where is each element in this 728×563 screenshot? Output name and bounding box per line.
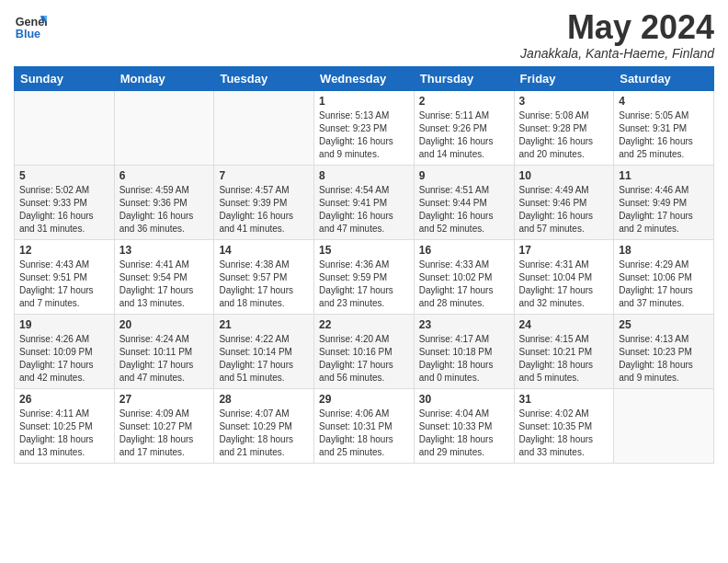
calendar-cell: 21Sunrise: 4:22 AMSunset: 10:14 PMDaylig… bbox=[214, 314, 314, 388]
day-info: Sunrise: 4:38 AMSunset: 9:57 PMDaylight:… bbox=[219, 259, 309, 310]
day-info: Sunrise: 5:02 AMSunset: 9:33 PMDaylight:… bbox=[19, 184, 109, 236]
calendar-cell: 28Sunrise: 4:07 AMSunset: 10:29 PMDaylig… bbox=[214, 388, 314, 463]
day-number: 2 bbox=[419, 95, 509, 108]
location: Janakkala, Kanta-Haeme, Finland bbox=[520, 46, 714, 61]
col-header-tuesday: Tuesday bbox=[214, 66, 314, 90]
col-header-saturday: Saturday bbox=[614, 66, 714, 90]
calendar-cell: 22Sunrise: 4:20 AMSunset: 10:16 PMDaylig… bbox=[314, 314, 415, 388]
calendar-cell: 10Sunrise: 4:49 AMSunset: 9:46 PMDayligh… bbox=[514, 165, 614, 239]
day-info: Sunrise: 4:15 AMSunset: 10:21 PMDaylight… bbox=[519, 333, 609, 385]
calendar-cell: 14Sunrise: 4:38 AMSunset: 9:57 PMDayligh… bbox=[214, 239, 314, 314]
col-header-sunday: Sunday bbox=[15, 66, 115, 90]
day-number: 8 bbox=[319, 169, 409, 182]
day-number: 6 bbox=[119, 169, 210, 182]
day-info: Sunrise: 4:26 AMSunset: 10:09 PMDaylight… bbox=[19, 333, 109, 385]
calendar-cell: 1Sunrise: 5:13 AMSunset: 9:23 PMDaylight… bbox=[314, 90, 415, 165]
day-number: 5 bbox=[19, 169, 109, 182]
day-info: Sunrise: 4:20 AMSunset: 10:16 PMDaylight… bbox=[319, 333, 409, 385]
calendar-week-row: 26Sunrise: 4:11 AMSunset: 10:25 PMDaylig… bbox=[15, 388, 714, 463]
calendar-cell: 16Sunrise: 4:33 AMSunset: 10:02 PMDaylig… bbox=[414, 239, 514, 314]
calendar-cell: 31Sunrise: 4:02 AMSunset: 10:35 PMDaylig… bbox=[514, 388, 614, 463]
day-info: Sunrise: 4:13 AMSunset: 10:23 PMDaylight… bbox=[619, 333, 709, 385]
day-info: Sunrise: 4:06 AMSunset: 10:31 PMDaylight… bbox=[319, 408, 409, 459]
calendar-cell: 12Sunrise: 4:43 AMSunset: 9:51 PMDayligh… bbox=[15, 239, 115, 314]
day-number: 26 bbox=[19, 393, 109, 406]
day-info: Sunrise: 4:51 AMSunset: 9:44 PMDaylight:… bbox=[419, 184, 509, 236]
day-info: Sunrise: 4:31 AMSunset: 10:04 PMDaylight… bbox=[519, 259, 609, 310]
calendar-cell: 17Sunrise: 4:31 AMSunset: 10:04 PMDaylig… bbox=[514, 239, 614, 314]
day-number: 9 bbox=[419, 169, 509, 182]
day-info: Sunrise: 4:17 AMSunset: 10:18 PMDaylight… bbox=[419, 333, 509, 385]
day-number: 12 bbox=[19, 244, 109, 257]
day-number: 13 bbox=[119, 244, 210, 257]
calendar-week-row: 1Sunrise: 5:13 AMSunset: 9:23 PMDaylight… bbox=[15, 90, 714, 165]
svg-text:Blue: Blue bbox=[16, 28, 40, 40]
day-info: Sunrise: 5:11 AMSunset: 9:26 PMDaylight:… bbox=[419, 109, 509, 161]
calendar-cell: 2Sunrise: 5:11 AMSunset: 9:26 PMDaylight… bbox=[414, 90, 514, 165]
day-number: 31 bbox=[519, 393, 609, 406]
calendar-cell: 27Sunrise: 4:09 AMSunset: 10:27 PMDaylig… bbox=[114, 388, 214, 463]
day-number: 25 bbox=[619, 318, 709, 331]
calendar-header-row: SundayMondayTuesdayWednesdayThursdayFrid… bbox=[15, 66, 714, 90]
day-number: 18 bbox=[619, 244, 709, 257]
day-info: Sunrise: 4:02 AMSunset: 10:35 PMDaylight… bbox=[519, 408, 609, 459]
day-info: Sunrise: 4:29 AMSunset: 10:06 PMDaylight… bbox=[619, 259, 709, 310]
day-info: Sunrise: 4:07 AMSunset: 10:29 PMDaylight… bbox=[219, 408, 309, 459]
col-header-friday: Friday bbox=[514, 66, 614, 90]
month-title: May 2024 bbox=[520, 9, 714, 46]
day-number: 21 bbox=[219, 318, 309, 331]
day-info: Sunrise: 4:57 AMSunset: 9:39 PMDaylight:… bbox=[219, 184, 309, 236]
calendar-cell: 30Sunrise: 4:04 AMSunset: 10:33 PMDaylig… bbox=[414, 388, 514, 463]
logo: General Blue bbox=[14, 9, 51, 42]
day-info: Sunrise: 4:41 AMSunset: 9:54 PMDaylight:… bbox=[119, 259, 210, 310]
day-number: 20 bbox=[119, 318, 210, 331]
day-number: 11 bbox=[619, 169, 709, 182]
calendar-cell: 11Sunrise: 4:46 AMSunset: 9:49 PMDayligh… bbox=[614, 165, 714, 239]
title-block: May 2024 Janakkala, Kanta-Haeme, Finland bbox=[520, 9, 714, 61]
calendar-cell: 4Sunrise: 5:05 AMSunset: 9:31 PMDaylight… bbox=[614, 90, 714, 165]
day-number: 16 bbox=[419, 244, 509, 257]
day-number: 14 bbox=[219, 244, 309, 257]
col-header-wednesday: Wednesday bbox=[314, 66, 415, 90]
day-info: Sunrise: 5:13 AMSunset: 9:23 PMDaylight:… bbox=[319, 109, 409, 161]
day-info: Sunrise: 4:36 AMSunset: 9:59 PMDaylight:… bbox=[319, 259, 409, 310]
day-number: 27 bbox=[119, 393, 210, 406]
day-info: Sunrise: 4:59 AMSunset: 9:36 PMDaylight:… bbox=[119, 184, 210, 236]
calendar-cell: 24Sunrise: 4:15 AMSunset: 10:21 PMDaylig… bbox=[514, 314, 614, 388]
calendar-cell bbox=[214, 90, 314, 165]
calendar-cell: 9Sunrise: 4:51 AMSunset: 9:44 PMDaylight… bbox=[414, 165, 514, 239]
day-number: 28 bbox=[219, 393, 309, 406]
day-number: 1 bbox=[319, 95, 409, 108]
calendar-cell: 5Sunrise: 5:02 AMSunset: 9:33 PMDaylight… bbox=[15, 165, 115, 239]
day-number: 24 bbox=[519, 318, 609, 331]
day-info: Sunrise: 4:22 AMSunset: 10:14 PMDaylight… bbox=[219, 333, 309, 385]
day-info: Sunrise: 4:24 AMSunset: 10:11 PMDaylight… bbox=[119, 333, 210, 385]
col-header-thursday: Thursday bbox=[414, 66, 514, 90]
calendar-week-row: 12Sunrise: 4:43 AMSunset: 9:51 PMDayligh… bbox=[15, 239, 714, 314]
day-info: Sunrise: 4:09 AMSunset: 10:27 PMDaylight… bbox=[119, 408, 210, 459]
day-info: Sunrise: 4:46 AMSunset: 9:49 PMDaylight:… bbox=[619, 184, 709, 236]
calendar-cell: 19Sunrise: 4:26 AMSunset: 10:09 PMDaylig… bbox=[15, 314, 115, 388]
day-number: 22 bbox=[319, 318, 409, 331]
day-info: Sunrise: 4:04 AMSunset: 10:33 PMDaylight… bbox=[419, 408, 509, 459]
calendar-cell bbox=[114, 90, 214, 165]
day-number: 17 bbox=[519, 244, 609, 257]
calendar-week-row: 19Sunrise: 4:26 AMSunset: 10:09 PMDaylig… bbox=[15, 314, 714, 388]
calendar-cell: 6Sunrise: 4:59 AMSunset: 9:36 PMDaylight… bbox=[114, 165, 214, 239]
header: General Blue May 2024 Janakkala, Kanta-H… bbox=[14, 9, 714, 61]
day-number: 15 bbox=[319, 244, 409, 257]
day-number: 23 bbox=[419, 318, 509, 331]
day-number: 19 bbox=[19, 318, 109, 331]
day-number: 7 bbox=[219, 169, 309, 182]
page: General Blue May 2024 Janakkala, Kanta-H… bbox=[0, 0, 728, 563]
day-number: 29 bbox=[319, 393, 409, 406]
calendar-cell: 13Sunrise: 4:41 AMSunset: 9:54 PMDayligh… bbox=[114, 239, 214, 314]
day-number: 3 bbox=[519, 95, 609, 108]
calendar-cell: 18Sunrise: 4:29 AMSunset: 10:06 PMDaylig… bbox=[614, 239, 714, 314]
calendar-table: SundayMondayTuesdayWednesdayThursdayFrid… bbox=[14, 66, 714, 464]
calendar-cell: 29Sunrise: 4:06 AMSunset: 10:31 PMDaylig… bbox=[314, 388, 415, 463]
calendar-cell bbox=[15, 90, 115, 165]
calendar-cell: 20Sunrise: 4:24 AMSunset: 10:11 PMDaylig… bbox=[114, 314, 214, 388]
day-info: Sunrise: 4:33 AMSunset: 10:02 PMDaylight… bbox=[419, 259, 509, 310]
calendar-cell bbox=[614, 388, 714, 463]
